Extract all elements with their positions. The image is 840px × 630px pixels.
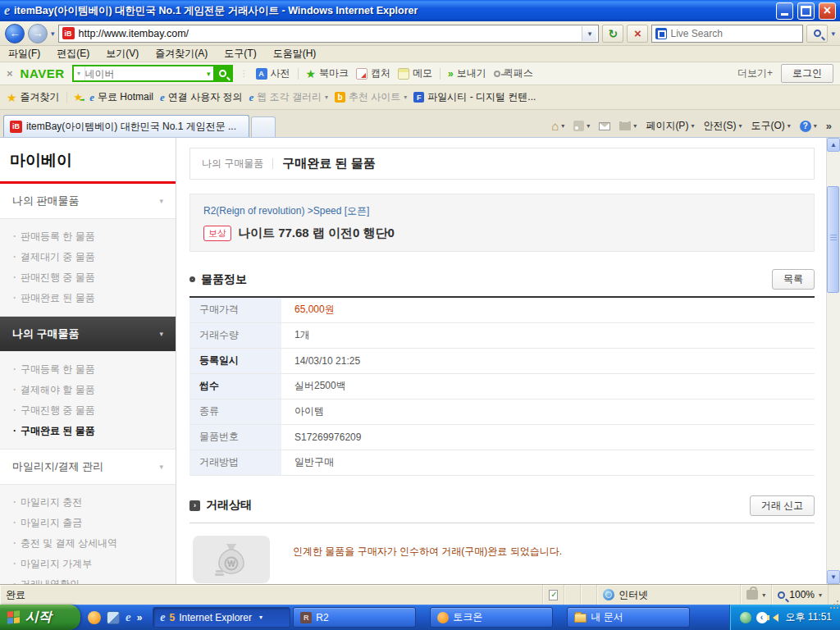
toolbar-close-icon[interactable]: × (7, 67, 13, 80)
naver-bookmark-button[interactable]: ★ 북마크 (306, 66, 349, 80)
sidebar-item[interactable]: 구매등록 한 물품 (0, 359, 176, 380)
search-go-button[interactable] (806, 25, 828, 43)
sidebar-item-active[interactable]: 구매완료 된 물품 (0, 421, 176, 441)
back-button[interactable]: ← (5, 24, 25, 43)
mail-button[interactable] (599, 122, 610, 130)
menu-favorites[interactable]: 즐겨찾기(A) (155, 47, 208, 61)
tray-expand-icon[interactable]: ‹ (756, 612, 768, 623)
live-search-field[interactable] (651, 25, 803, 43)
favorites-button[interactable]: ★ 즐겨찾기 (7, 90, 60, 104)
sidebar-section-mileage[interactable]: 마일리지/결제 관리 ▾ (0, 450, 176, 485)
rss-icon (573, 121, 584, 131)
feeds-button[interactable]: ▾ (573, 121, 590, 131)
sidebar-item[interactable]: 결제해야 할 물품 (0, 380, 176, 400)
naver-search-dropdown-icon[interactable]: ▾ (204, 70, 213, 78)
search-options-icon[interactable]: ▾ (831, 30, 835, 38)
taskbar-button-ie-group[interactable]: e 5 Internet Explorer ▾ (153, 607, 290, 628)
url-input[interactable] (79, 28, 578, 39)
list-button[interactable]: 목록 (772, 269, 815, 290)
scrollbar-thumb[interactable] (827, 186, 839, 293)
sidebar-section-sales[interactable]: 나의 판매물품 ▾ (0, 184, 176, 219)
naver-capture-button[interactable]: 캡처 (356, 66, 390, 80)
show-desktop-icon[interactable] (107, 611, 120, 624)
page-menu-button[interactable]: 페이지(P)▾ (646, 119, 694, 133)
taskbar-button-talkon[interactable]: 토크온 (430, 607, 553, 628)
scroll-up-icon[interactable]: ▲ (827, 138, 840, 152)
ie-quicklaunch-icon[interactable]: e (126, 610, 131, 624)
help-button[interactable]: ?▾ (800, 121, 817, 132)
scrollbar-track[interactable] (827, 152, 840, 570)
item-category-link[interactable]: R2(Reign of revolution) >Speed [오픈] (203, 204, 801, 218)
security-zone-panel: 인터넷 (597, 585, 741, 605)
safety-menu-button[interactable]: 안전(S)▾ (703, 119, 742, 133)
sidebar-item[interactable]: 충전 및 결제 상세내역 (0, 533, 176, 554)
refresh-button[interactable]: ↻ (602, 25, 623, 43)
tab-itembay[interactable]: iB itemBay(아이템베이) 대한민국 No.1 게임전문 ... (3, 115, 249, 137)
naver-search-scope-icon[interactable]: ▾ (74, 66, 85, 80)
sidebar-item[interactable]: 결제대기 중 물품 (0, 247, 176, 267)
naver-quickpass-button[interactable]: 퀵패스 (494, 66, 533, 80)
naver-memo-button[interactable]: 메모 (398, 66, 432, 80)
sidebar-item[interactable]: 거래내역확인 (0, 574, 176, 584)
table-row: 구매가격 65,000원 (189, 297, 815, 322)
money-bag-icon: W (193, 536, 270, 583)
vertical-scrollbar[interactable]: ▲ ▼ (826, 138, 840, 584)
sidebar-item[interactable]: 마일리지 충전 (0, 492, 176, 513)
new-tab-button[interactable] (251, 116, 276, 137)
print-button[interactable]: ▾ (619, 121, 637, 130)
scroll-down-icon[interactable]: ▼ (827, 570, 840, 584)
naver-search-button[interactable] (213, 65, 233, 82)
breadcrumb-parent[interactable]: 나의 구매물품 (202, 157, 263, 171)
menu-help[interactable]: 도움말(H) (273, 47, 317, 61)
row-label: 거래수량 (189, 322, 281, 348)
start-button[interactable]: 시작 (0, 605, 80, 630)
zoom-panel[interactable]: 100% ▾ (772, 585, 829, 605)
volume-icon[interactable] (773, 614, 778, 622)
sidebar-section-purchases[interactable]: 나의 구매물품 ▾ (0, 317, 176, 352)
menu-view[interactable]: 보기(V) (106, 47, 139, 61)
taskbar-button-my-documents[interactable]: 내 문서 (567, 607, 690, 628)
tools-menu-button[interactable]: 도구(O)▾ (751, 119, 790, 133)
naver-dict-button[interactable]: A 사전 (256, 66, 290, 80)
sidebar-item[interactable]: 구매진행 중 물품 (0, 400, 176, 421)
favorite-link-suggested-sites[interactable]: b 추천 사이트 ▾ (335, 90, 407, 104)
sidebar-item[interactable]: 판매등록 한 물품 (0, 226, 176, 247)
naver-send-button[interactable]: » 보내기 (448, 66, 486, 80)
sidebar-item[interactable]: 판매완료 된 물품 (0, 288, 176, 308)
section-arrow-icon: › (189, 500, 200, 511)
restore-button[interactable] (797, 2, 815, 20)
favorite-link-filecity[interactable]: F 파일시티 - 디지털 컨텐... (413, 90, 536, 104)
menu-file[interactable]: 파일(F) (8, 47, 40, 61)
settings-panel[interactable]: ▾ (741, 585, 772, 605)
minimize-button[interactable] (776, 2, 793, 20)
home-button[interactable]: ⌂▾ (551, 119, 564, 133)
messenger-icon[interactable] (88, 611, 101, 624)
favorite-link-webslice[interactable]: e 웹 조각 갤러리 ▾ (249, 90, 327, 104)
stop-button[interactable]: × (627, 25, 648, 43)
quicklaunch-chevron-icon[interactable]: » (137, 612, 143, 623)
favorite-link-hotmail[interactable]: e 무료 Hotmail (89, 90, 153, 104)
sidebar-item[interactable]: 판매진행 중 물품 (0, 267, 176, 288)
menu-edit[interactable]: 편집(E) (57, 47, 89, 61)
address-field[interactable]: iB ▾ (58, 25, 600, 43)
naver-search-input[interactable] (85, 68, 204, 80)
overflow-chevron-icon[interactable]: » (826, 120, 832, 132)
naver-more-button[interactable]: 더보기+ (737, 66, 773, 80)
naver-logo[interactable]: NAVER (21, 66, 65, 80)
sidebar-item[interactable]: 마일리지 가계부 (0, 554, 176, 574)
report-trade-button[interactable]: 거래 신고 (750, 495, 815, 516)
address-dropdown-icon[interactable]: ▾ (582, 26, 596, 41)
taskbar-button-r2[interactable]: R R2 (293, 607, 416, 628)
forward-button[interactable]: → (28, 24, 48, 43)
close-button[interactable] (819, 2, 836, 20)
menu-tools[interactable]: 도구(T) (224, 47, 256, 61)
history-dropdown-icon[interactable]: ▾ (51, 30, 55, 38)
network-tray-icon[interactable] (740, 612, 751, 623)
naver-login-button[interactable]: 로그인 (781, 64, 833, 83)
sidebar-item[interactable]: 마일리지 출금 (0, 513, 176, 533)
naver-search-box[interactable]: ▾ ▾ (72, 65, 233, 82)
favorite-link-customize[interactable]: e 연결 사용자 정의 (160, 90, 242, 104)
live-search-input[interactable] (670, 28, 799, 39)
add-favorite-icon[interactable]: ★ (74, 91, 84, 103)
toolbar-resize-handle[interactable]: ⋮ (240, 69, 249, 78)
